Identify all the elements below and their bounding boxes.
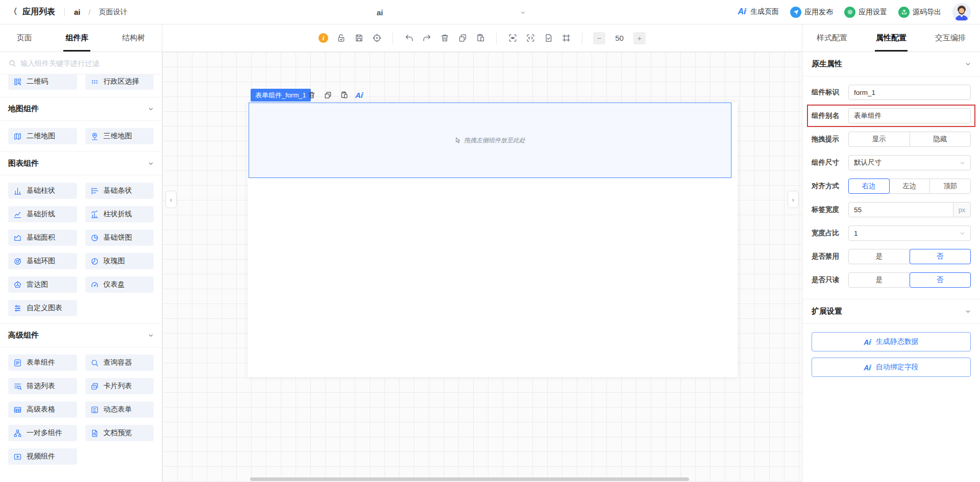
locate-icon[interactable] xyxy=(372,33,382,43)
line-chart-icon xyxy=(13,210,22,219)
component-item-gauge[interactable]: 仪表盘 xyxy=(85,276,154,293)
ai-component-action[interactable]: Ai↑ xyxy=(355,91,364,99)
app-settings-button[interactable]: 应用设置 xyxy=(844,7,887,18)
align-right-button[interactable]: 右边 xyxy=(848,179,890,194)
native-props-section-header[interactable]: 原生属性 xyxy=(802,52,980,77)
button-label: 自动绑定字段 xyxy=(876,363,919,372)
component-item-label: 二维码 xyxy=(27,77,48,86)
readonly-no-button[interactable]: 否 xyxy=(910,272,971,288)
extend-settings-section-header[interactable]: 扩展设置 xyxy=(802,299,980,324)
component-item-label: 基础饼图 xyxy=(104,233,132,242)
component-item-basic-donut[interactable]: 基础环图 xyxy=(8,253,77,269)
component-item-doc-preview[interactable]: 文档预览 xyxy=(85,425,154,441)
component-item-map-3d[interactable]: 三维地图 xyxy=(85,128,154,144)
drag-tip-show-button[interactable]: 显示 xyxy=(848,132,910,147)
drag-tip-hide-button[interactable]: 隐藏 xyxy=(910,132,971,147)
field-label: 是否禁用 xyxy=(812,252,848,261)
component-item-custom-chart[interactable]: 自定义图表 xyxy=(8,300,77,316)
tab-style-config[interactable]: 样式配置 xyxy=(817,24,847,52)
inspector-panel: 样式配置 属性配置 交互编排 原生属性 组件标识 组件别名 xyxy=(802,24,980,482)
width-ratio-select[interactable]: 1 xyxy=(848,225,971,241)
section-map-components[interactable]: 地图组件 xyxy=(0,97,162,121)
component-list[interactable]: 二维码 行政区选择 地图组件 二维地图 三维地图 xyxy=(0,74,162,482)
component-item-form[interactable]: 表单组件 xyxy=(8,354,77,371)
tab-structure-tree[interactable]: 结构树 xyxy=(120,24,147,52)
preview-icon[interactable] xyxy=(507,33,518,43)
component-item-basic-area[interactable]: 基础面积 xyxy=(8,230,77,246)
canvas-viewport[interactable]: 拖拽左侧组件放至此处 表单组件_form_1 Ai↑ ‹ › xyxy=(162,52,802,482)
component-item-basic-hbar[interactable]: 基础条状 xyxy=(85,183,154,199)
tab-property-config[interactable]: 属性配置 xyxy=(876,24,906,52)
undo-icon[interactable] xyxy=(404,33,414,43)
component-item-basic-pie[interactable]: 基础饼图 xyxy=(85,230,154,246)
readonly-yes-button[interactable]: 是 xyxy=(848,272,910,288)
back-button[interactable]: 应用列表 xyxy=(22,7,55,17)
component-item-qr-code[interactable]: 二维码 xyxy=(8,74,77,90)
tab-interaction[interactable]: 交互编排 xyxy=(935,24,966,52)
component-item-region-select[interactable]: 行政区选择 xyxy=(85,74,154,90)
component-item-map-2d[interactable]: 二维地图 xyxy=(8,128,77,144)
collapse-inspector-button[interactable]: › xyxy=(788,191,799,208)
component-item-video[interactable]: 视频组件 xyxy=(8,448,77,465)
tab-pages[interactable]: 页面 xyxy=(15,24,34,52)
redo-icon[interactable] xyxy=(422,33,432,43)
save-icon[interactable] xyxy=(354,33,364,43)
component-item-bar-line[interactable]: 柱状折线 xyxy=(85,206,154,222)
auto-bind-fields-button[interactable]: Ai↑ 自动绑定字段 xyxy=(812,358,971,377)
sidebar-tabs: 页面 组件库 结构树 xyxy=(0,24,162,52)
info-icon[interactable]: i xyxy=(318,33,328,43)
zoom-in-button[interactable]: + xyxy=(633,32,646,44)
dynamic-form-icon xyxy=(90,405,99,414)
artboard-icon[interactable] xyxy=(561,33,571,43)
back-chevron-icon[interactable]: 〈 xyxy=(9,7,17,17)
tab-component-library[interactable]: 组件库 xyxy=(63,24,90,52)
unlock-icon[interactable] xyxy=(336,33,346,43)
disabled-no-button[interactable]: 否 xyxy=(910,249,971,264)
component-item-advanced-table[interactable]: 高级表格 xyxy=(8,401,77,418)
user-avatar[interactable] xyxy=(952,3,971,21)
component-item-rose[interactable]: 玫瑰图 xyxy=(85,253,154,269)
component-id-input[interactable] xyxy=(848,85,971,100)
paste-icon[interactable] xyxy=(475,33,485,43)
component-item-dynamic-form[interactable]: 动态表单 xyxy=(85,401,154,418)
component-item-card-list[interactable]: 卡片列表 xyxy=(85,378,154,394)
copy-icon[interactable] xyxy=(457,33,468,43)
component-item-label: 二维地图 xyxy=(27,132,55,141)
align-top-button[interactable]: 顶部 xyxy=(929,179,971,194)
component-size-select[interactable]: 默认尺寸 xyxy=(848,155,971,170)
breadcrumb-app[interactable]: ai xyxy=(74,8,81,16)
disabled-yes-button[interactable]: 是 xyxy=(848,249,910,264)
section-advanced-components[interactable]: 高级组件 xyxy=(0,323,162,347)
generate-static-data-button[interactable]: Ai↑ 生成静态数据 xyxy=(812,332,971,351)
align-left-button[interactable]: 左边 xyxy=(889,179,930,194)
component-item-radar[interactable]: 雷达图 xyxy=(8,276,77,293)
page-check-icon[interactable] xyxy=(543,33,553,43)
delete-icon[interactable] xyxy=(439,33,450,43)
selected-component-toolbar: Ai↑ xyxy=(306,89,364,102)
delete-component-icon[interactable] xyxy=(306,90,316,100)
paste-component-icon[interactable] xyxy=(339,90,349,100)
view-code-icon[interactable] xyxy=(525,33,535,43)
selected-form-component[interactable]: 拖拽左侧组件放至此处 表单组件_form_1 Ai↑ xyxy=(249,103,731,178)
component-item-basic-line[interactable]: 基础折线 xyxy=(8,206,77,222)
section-chart-components[interactable]: 图表组件 xyxy=(0,151,162,175)
chevron-down-icon xyxy=(960,231,965,236)
search-input[interactable] xyxy=(20,59,154,67)
component-item-basic-bar[interactable]: 基础柱状 xyxy=(8,183,77,199)
drop-hint: 拖拽左侧组件放至此处 xyxy=(249,136,731,145)
component-alias-input[interactable] xyxy=(848,108,971,123)
label-width-input[interactable] xyxy=(848,202,953,217)
source-export-button[interactable]: 源码导出 xyxy=(898,7,941,18)
component-item-filter-list[interactable]: 筛选列表 xyxy=(8,378,77,394)
app-publish-button[interactable]: 应用发布 xyxy=(790,7,833,18)
collapse-sidebar-button[interactable]: ‹ xyxy=(165,191,177,208)
component-item-one-to-many[interactable]: 一对多组件 xyxy=(8,425,77,441)
zoom-out-button[interactable]: − xyxy=(593,32,605,44)
horizontal-scrollbar[interactable] xyxy=(250,477,689,481)
design-page[interactable]: 拖拽左侧组件放至此处 表单组件_form_1 Ai↑ xyxy=(248,102,738,377)
generate-page-button[interactable]: Ai↑ 生成页面 xyxy=(738,7,779,16)
component-item-query-container[interactable]: 查询容器 xyxy=(85,354,154,371)
page-selector-dropdown[interactable]: ai xyxy=(357,0,526,24)
copy-component-icon[interactable] xyxy=(323,90,333,100)
unit-suffix: px xyxy=(953,202,971,217)
